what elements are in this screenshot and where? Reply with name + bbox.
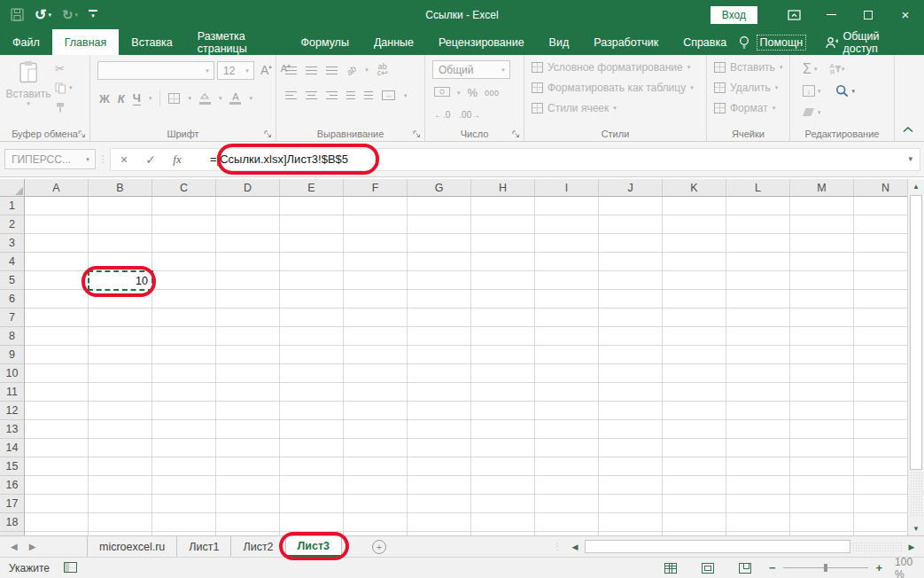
merge-caret-icon[interactable]: ▾ <box>404 92 408 99</box>
redo-button[interactable]: ↻▾ <box>62 7 78 23</box>
underline-caret-icon[interactable]: ▾ <box>149 95 152 102</box>
column-header-M[interactable]: M <box>790 179 854 196</box>
merge-center-button[interactable]: ↔ <box>382 90 395 100</box>
row-header-7[interactable]: 7 <box>0 309 24 327</box>
sheet-tab-Лист3[interactable]: Лист3 <box>286 536 342 557</box>
row-header-15[interactable]: 15 <box>0 457 24 476</box>
underline-button[interactable]: Ч <box>133 91 141 105</box>
sheet-tab-microexcel.ru[interactable]: microexcel.ru <box>87 536 177 557</box>
font-size-combo[interactable]: 12▾ <box>217 61 254 80</box>
column-header-J[interactable]: J <box>599 179 663 196</box>
number-dialog-launcher[interactable] <box>512 129 521 138</box>
active-cell-B5[interactable]: 10 <box>88 270 153 291</box>
column-header-E[interactable]: E <box>280 179 344 196</box>
horizontal-scrollbar[interactable] <box>585 540 902 553</box>
vertical-scrollbar[interactable]: ▲ ▼ <box>907 179 924 535</box>
normal-view-button[interactable] <box>664 563 677 574</box>
font-color-button[interactable]: А <box>229 92 241 105</box>
row-header-10[interactable]: 10 <box>0 364 24 383</box>
row-header-3[interactable]: 3 <box>0 234 24 253</box>
clipboard-dialog-launcher[interactable] <box>78 129 87 138</box>
italic-button[interactable]: К <box>118 92 125 105</box>
customize-qat-button[interactable]: ▾ <box>89 10 97 20</box>
maximize-button[interactable] <box>850 0 887 29</box>
column-header-G[interactable]: G <box>408 179 471 196</box>
alignment-dialog-launcher[interactable] <box>413 129 422 138</box>
fill-color-button[interactable] <box>199 93 211 105</box>
format-as-table-button[interactable]: Форматировать как таблицу▾ <box>532 80 694 95</box>
column-header-K[interactable]: K <box>663 179 726 196</box>
sort-filter-button[interactable]: АЯ▾ <box>829 63 844 75</box>
column-header-L[interactable]: L <box>726 179 790 196</box>
ribbon-tab-Справка[interactable]: Справка <box>671 29 739 55</box>
ribbon-tab-Главная[interactable]: Главная <box>52 29 120 55</box>
vertical-scroll-thumb[interactable] <box>910 195 922 470</box>
column-header-A[interactable]: A <box>25 179 89 196</box>
undo-caret-icon[interactable]: ▾ <box>48 12 51 19</box>
column-header-D[interactable]: D <box>216 179 280 196</box>
copy-button[interactable]: ▾ <box>55 82 73 94</box>
orientation-caret-icon[interactable]: ▾ <box>365 66 369 74</box>
row-header-6[interactable]: 6 <box>0 290 24 309</box>
accounting-format-button[interactable] <box>434 87 450 99</box>
share-button[interactable]: Общий доступ <box>826 30 913 55</box>
macro-record-icon[interactable] <box>64 562 77 573</box>
align-bottom-button[interactable] <box>326 66 338 74</box>
chevron-down-icon[interactable]: ▾ <box>81 156 95 163</box>
row-header-1[interactable]: 1 <box>0 197 24 215</box>
horizontal-scroll-thumb[interactable] <box>585 540 850 553</box>
row-header-17[interactable]: 17 <box>0 495 24 513</box>
collapse-ribbon-button[interactable] <box>903 123 913 136</box>
column-header-B[interactable]: B <box>89 179 152 196</box>
percent-style-button[interactable]: % <box>468 86 478 99</box>
ribbon-tab-Разметка страницы[interactable]: Разметка страницы <box>185 29 289 55</box>
insert-cells-button[interactable]: Вставить▾ <box>714 59 782 74</box>
row-header-8[interactable]: 8 <box>0 327 24 346</box>
align-left-button[interactable] <box>285 91 297 99</box>
sheet-tab-Лист2[interactable]: Лист2 <box>231 536 285 557</box>
zoom-slider[interactable] <box>783 567 869 568</box>
zoom-slider-thumb[interactable] <box>824 564 827 572</box>
decrease-indent-button[interactable] <box>346 91 355 99</box>
ribbon-tab-Файл[interactable]: Файл <box>0 29 52 55</box>
cell-styles-button[interactable]: Стили ячеек▾ <box>532 100 694 115</box>
row-header-9[interactable]: 9 <box>0 346 24 364</box>
minimize-button[interactable] <box>812 0 850 29</box>
column-header-F[interactable]: F <box>344 179 408 196</box>
zoom-out-button[interactable]: − <box>769 561 776 574</box>
align-top-button[interactable] <box>285 66 297 74</box>
column-header-N[interactable]: N <box>854 179 907 196</box>
expand-formula-bar-button[interactable]: ▾ <box>908 154 912 163</box>
orientation-button[interactable]: ab <box>345 63 359 77</box>
enter-button[interactable]: ✓ <box>137 152 164 167</box>
delete-cells-button[interactable]: Удалить▾ <box>714 80 782 95</box>
cell-area[interactable]: 10 <box>25 197 907 535</box>
fill-button[interactable]: ↓▾ <box>803 85 821 97</box>
decrease-decimal-button[interactable]: .00→ <box>459 110 480 120</box>
column-header-H[interactable]: H <box>471 179 535 196</box>
hscroll-right-button[interactable]: ▶ <box>905 543 918 551</box>
grow-font-button[interactable]: А▴ <box>260 63 272 77</box>
ribbon-tab-Формулы[interactable]: Формулы <box>288 29 361 55</box>
row-header-12[interactable]: 12 <box>0 402 24 420</box>
ribbon-tab-Разработчик[interactable]: Разработчик <box>581 29 671 55</box>
column-header-I[interactable]: I <box>535 179 599 196</box>
bold-button[interactable]: Ж <box>99 92 110 105</box>
signin-button[interactable]: Вход <box>710 6 757 24</box>
row-header-2[interactable]: 2 <box>0 215 24 234</box>
name-box[interactable]: ГИПЕРСС... ▾ <box>4 149 96 169</box>
cut-button[interactable]: ✂ <box>55 62 73 74</box>
sheet-tab-Лист1[interactable]: Лист1 <box>177 536 231 557</box>
tab-helper[interactable]: Помощн <box>757 35 807 51</box>
hscroll-left-button[interactable]: ◀ <box>569 543 581 551</box>
ribbon-tab-Вставка[interactable]: Вставка <box>119 29 184 55</box>
accounting-caret-icon[interactable]: ▾ <box>457 90 461 97</box>
zoom-level[interactable]: 100 % <box>895 556 924 578</box>
comma-style-button[interactable]: 000 <box>485 89 500 98</box>
format-cells-button[interactable]: Формат▾ <box>714 100 782 115</box>
row-header-4[interactable]: 4 <box>0 253 24 271</box>
row-header-5[interactable]: 5 <box>0 271 24 290</box>
autosum-button[interactable]: Σ▾ <box>803 61 817 77</box>
insert-function-button[interactable]: fx <box>164 152 190 167</box>
align-right-button[interactable] <box>326 91 338 99</box>
